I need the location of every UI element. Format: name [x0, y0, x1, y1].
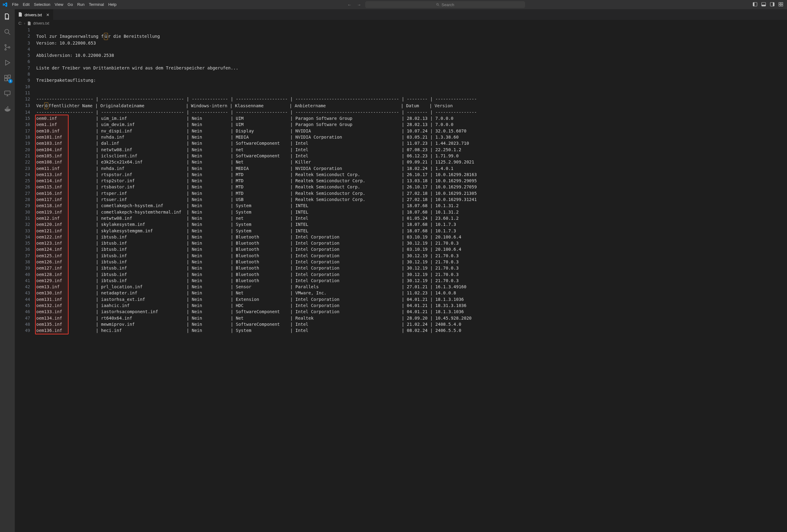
code-line[interactable] [36, 84, 486, 90]
menu-go[interactable]: Go [65, 0, 75, 9]
code-line[interactable]: oem130.inf | netadapter.inf | Nein | Net… [36, 290, 486, 296]
svg-rect-11 [781, 5, 783, 6]
code-line[interactable]: oem127.inf | ibtusb.inf | Nein | Bluetoo… [36, 265, 486, 271]
code-line[interactable]: oem119.inf | cometlakepch-hsystemthermal… [36, 209, 486, 215]
line-number: 32 [15, 221, 36, 228]
code-line[interactable]: oem121.inf | skylakesystemgmm.inf | Nein… [36, 228, 486, 234]
docker-icon[interactable] [3, 105, 12, 113]
explorer-icon[interactable] [3, 12, 12, 21]
code-line[interactable] [36, 58, 486, 65]
code-line[interactable]: oem125.inf | ibtusb.inf | Nein | Bluetoo… [36, 253, 486, 259]
code-line[interactable]: oem124.inf | ibtusb.inf | Nein | Bluetoo… [36, 246, 486, 252]
code-line[interactable]: oem13.inf | prl_location.inf | Nein | Se… [36, 284, 486, 290]
code-line[interactable] [36, 90, 486, 96]
code-line[interactable]: oem135.inf | mewmiprov.inf | Nein | Soft… [36, 321, 486, 327]
code-line[interactable]: Abbildversion: 10.0.22000.2538 [36, 52, 486, 58]
line-number: 18 [15, 134, 36, 140]
command-center-search[interactable]: Search [365, 1, 525, 8]
code-line[interactable]: Veröffentlichter Name | Originaldateinam… [36, 102, 486, 109]
line-number: 26 [15, 184, 36, 190]
line-number: 7 [15, 65, 36, 71]
code-line[interactable]: Tool zur Imageverwaltung für die Bereits… [36, 33, 486, 40]
menu-selection[interactable]: Selection [32, 0, 52, 9]
code-line[interactable]: oem0.inf | uim_im.inf | Nein | UIM | Par… [36, 115, 486, 121]
code-line[interactable]: oem116.inf | rtsper.inf | Nein | MTD | R… [36, 190, 486, 196]
vscode-logo-icon [2, 2, 7, 7]
code-line[interactable]: oem1.inf | uim_devim.inf | Nein | UIM | … [36, 121, 486, 128]
nav-forward-icon[interactable]: → [356, 2, 362, 7]
code-line[interactable]: ---------------------- | ---------------… [36, 96, 486, 102]
line-number: 4 [15, 46, 36, 52]
code-line[interactable]: oem118.inf | cometlakepch-hsystem.inf | … [36, 203, 486, 209]
code-line[interactable]: oem126.inf | ibtusb.inf | Nein | Bluetoo… [36, 259, 486, 265]
line-number: 9 [15, 77, 36, 83]
svg-rect-18 [5, 78, 7, 81]
code-line[interactable]: oem120.inf | skylakesystem.inf | Nein | … [36, 221, 486, 228]
code-line[interactable]: oem101.inf | nvhda.inf | Nein | MEDIA | … [36, 134, 486, 140]
toggle-panel-icon[interactable] [761, 2, 766, 8]
layout-controls [752, 2, 783, 8]
code-line[interactable]: Treiberpaketauflistung: [36, 77, 486, 83]
code-line[interactable] [36, 27, 486, 33]
code-line[interactable]: oem10.inf | nv_dispi.inf | Nein | Displa… [36, 128, 486, 134]
file-lines-icon [18, 12, 23, 18]
toggle-secondary-sidebar-icon[interactable] [770, 2, 775, 8]
code-line[interactable]: oem122.inf | ibtusb.inf | Nein | Bluetoo… [36, 234, 486, 240]
menu-run[interactable]: Run [75, 0, 87, 9]
customize-layout-icon[interactable] [779, 2, 783, 8]
menu-help[interactable]: Help [106, 0, 119, 9]
search-activity-icon[interactable] [3, 28, 12, 36]
svg-rect-10 [779, 5, 781, 6]
breadcrumb-root[interactable]: C: [18, 21, 22, 25]
menu-view[interactable]: View [52, 0, 65, 9]
code-line[interactable]: oem104.inf | netwtw08.inf | Nein | net |… [36, 147, 486, 153]
code-line[interactable] [36, 71, 486, 77]
breadcrumb-file[interactable]: drivers.txt [33, 21, 49, 25]
code-line[interactable]: oem103.inf | dal.inf | Nein | SoftwareCo… [36, 140, 486, 146]
line-number: 49 [15, 327, 36, 334]
code-line[interactable]: ---------------------- | ---------------… [36, 109, 486, 115]
extensions-icon[interactable]: 3 [3, 74, 12, 82]
toggle-primary-sidebar-icon[interactable] [752, 2, 758, 8]
line-number: 15 [15, 115, 36, 121]
code-line[interactable]: oem108.inf | e3k25cx21x64.inf | Nein | N… [36, 159, 486, 165]
remote-explorer-icon[interactable] [3, 89, 12, 98]
code-line[interactable]: oem123.inf | ibtusb.inf | Nein | Bluetoo… [36, 240, 486, 246]
editor-scroll[interactable]: 12Tool zur Imageverwaltung für die Berei… [15, 27, 787, 532]
code-line[interactable]: oem132.inf | iaahcic.inf | Nein | HDC | … [36, 302, 486, 308]
code-line[interactable]: Version: 10.0.22000.653 [36, 40, 486, 46]
code-line[interactable]: oem129.inf | ibtusb.inf | Nein | Bluetoo… [36, 278, 486, 284]
code-line[interactable]: oem133.inf | iastorhsacomponent.inf | Ne… [36, 308, 486, 315]
menu-file[interactable]: File [10, 0, 21, 9]
source-control-icon[interactable] [3, 43, 12, 51]
code-line[interactable]: oem12.inf | netwtw08.inf | Nein | net | … [36, 215, 486, 221]
code-line[interactable]: oem131.inf | iastorhsa_ext.inf | Nein | … [36, 296, 486, 302]
line-number: 36 [15, 246, 36, 252]
code-line[interactable]: oem117.inf | rtsuer.inf | Nein | USB | R… [36, 196, 486, 203]
svg-rect-8 [779, 2, 781, 4]
code-line[interactable]: Liste der Treiber von Drittanbietern wir… [36, 65, 486, 71]
svg-line-1 [439, 5, 439, 6]
run-debug-icon[interactable] [3, 58, 12, 67]
svg-rect-21 [5, 91, 10, 95]
code-line[interactable]: oem114.inf | rtsp2stor.inf | Nein | MTD … [36, 178, 486, 184]
code-line[interactable] [36, 46, 486, 52]
code-line[interactable]: oem11.inf | nvhda.inf | Nein | MEDIA | N… [36, 165, 486, 171]
code-line[interactable]: oem113.inf | rtspstor.inf | Nein | MTD |… [36, 171, 486, 178]
breadcrumbs[interactable]: C: › drivers.txt [15, 20, 787, 27]
code-line[interactable]: oem136.inf | heci.inf | Nein | System | … [36, 327, 486, 334]
editor-content[interactable]: 12Tool zur Imageverwaltung für die Berei… [15, 27, 486, 346]
menu-terminal[interactable]: Terminal [87, 0, 106, 9]
nav-back-icon[interactable]: ← [346, 2, 353, 7]
menu-edit[interactable]: Edit [21, 0, 32, 9]
code-line[interactable]: oem115.inf | rtsbastor.inf | Nein | MTD … [36, 184, 486, 190]
tab-drivers-txt[interactable]: drivers.txt ✕ [15, 9, 54, 20]
close-icon[interactable]: ✕ [45, 12, 50, 18]
code-line[interactable]: oem128.inf | ibtusb.inf | Nein | Bluetoo… [36, 271, 486, 278]
svg-point-12 [5, 29, 9, 34]
chevron-right-icon: › [24, 21, 25, 25]
code-line[interactable]: oem134.inf | rt640x64.inf | Nein | Net |… [36, 315, 486, 321]
line-number: 16 [15, 121, 36, 128]
line-number: 2 [15, 33, 36, 40]
code-line[interactable]: oem105.inf | iclsclient.inf | Nein | Sof… [36, 153, 486, 159]
